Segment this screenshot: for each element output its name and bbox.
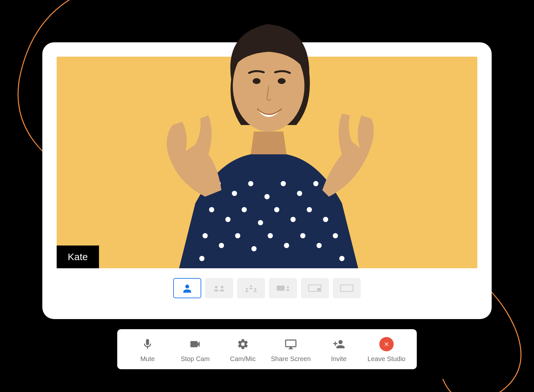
svg-point-7 — [281, 181, 286, 186]
svg-point-8 — [297, 191, 302, 196]
layout-single[interactable] — [173, 278, 201, 298]
svg-point-25 — [316, 243, 322, 248]
cam-mic-button[interactable]: Cam/Mic — [223, 337, 262, 363]
svg-point-5 — [248, 181, 253, 186]
svg-point-14 — [274, 207, 279, 212]
svg-point-27 — [199, 256, 204, 261]
share-screen-button[interactable]: Share Screen — [271, 337, 311, 363]
svg-point-19 — [219, 243, 224, 248]
svg-point-4 — [232, 191, 237, 196]
layout-picker — [57, 278, 477, 298]
layout-full-screen[interactable] — [333, 278, 361, 298]
svg-point-30 — [215, 286, 218, 288]
svg-point-29 — [185, 285, 189, 288]
svg-point-36 — [287, 286, 289, 288]
svg-point-21 — [251, 246, 257, 251]
control-bar: Mute Stop Cam Cam/Mic Share Screen Invit… — [117, 329, 417, 369]
svg-point-31 — [221, 286, 223, 288]
svg-point-33 — [250, 285, 252, 287]
three-person-icon — [243, 282, 259, 294]
microphone-icon — [140, 337, 155, 351]
svg-point-23 — [284, 243, 289, 248]
leave-label: Leave Studio — [367, 355, 405, 363]
svg-point-9 — [313, 181, 318, 186]
mute-button[interactable]: Mute — [128, 337, 167, 363]
participant-name-badge: Kate — [57, 245, 99, 268]
stop-cam-button[interactable]: Stop Cam — [176, 337, 215, 363]
svg-point-34 — [254, 288, 256, 290]
layout-two-up[interactable] — [205, 278, 233, 298]
svg-point-12 — [242, 207, 247, 212]
monitor-icon — [284, 337, 298, 351]
close-icon — [379, 337, 394, 351]
svg-point-6 — [264, 194, 270, 199]
svg-rect-38 — [317, 288, 320, 291]
svg-point-15 — [290, 217, 296, 222]
screen-only-icon — [339, 282, 355, 294]
svg-point-18 — [203, 233, 208, 238]
share-screen-label: Share Screen — [271, 355, 311, 363]
participant-video-silhouette — [120, 1, 414, 268]
svg-point-20 — [235, 233, 240, 238]
svg-point-11 — [225, 217, 231, 222]
screen-person-icon — [275, 282, 291, 294]
leave-studio-button[interactable]: Leave Studio — [367, 337, 406, 363]
svg-point-17 — [323, 217, 328, 222]
svg-point-32 — [246, 288, 248, 290]
svg-point-13 — [258, 220, 263, 225]
person-icon — [179, 282, 195, 294]
mute-label: Mute — [140, 355, 155, 363]
svg-rect-35 — [277, 286, 285, 291]
svg-point-10 — [209, 207, 214, 212]
svg-rect-39 — [341, 285, 353, 291]
svg-point-28 — [339, 256, 344, 261]
screen-corner-icon — [307, 282, 323, 294]
svg-point-24 — [300, 233, 305, 238]
studio-window: Kate — [42, 42, 492, 319]
add-user-icon — [332, 337, 346, 351]
gear-icon — [236, 337, 250, 351]
layout-three-up[interactable] — [237, 278, 265, 298]
participant-name: Kate — [68, 251, 88, 262]
invite-label: Invite — [331, 355, 347, 363]
layout-screen-small[interactable] — [269, 278, 297, 298]
cam-mic-label: Cam/Mic — [230, 355, 256, 363]
video-feed: Kate — [57, 57, 477, 268]
svg-point-26 — [333, 233, 338, 238]
invite-button[interactable]: Invite — [319, 337, 358, 363]
layout-screen-large[interactable] — [301, 278, 329, 298]
svg-point-16 — [307, 207, 312, 212]
svg-point-1 — [253, 78, 260, 84]
stop-cam-label: Stop Cam — [181, 355, 210, 363]
svg-point-22 — [268, 233, 273, 238]
camera-icon — [188, 337, 202, 351]
two-person-icon — [211, 282, 227, 294]
svg-point-2 — [278, 78, 286, 84]
